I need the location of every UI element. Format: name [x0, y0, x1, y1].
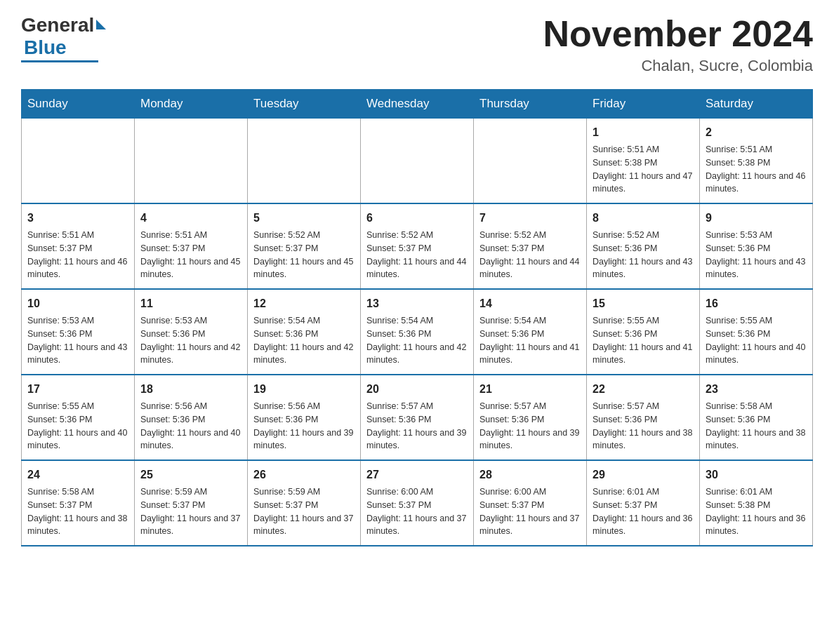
calendar-cell: 2Sunrise: 5:51 AM Sunset: 5:38 PM Daylig… [700, 119, 813, 204]
day-number: 4 [140, 210, 241, 227]
calendar-week-row: 17Sunrise: 5:55 AM Sunset: 5:36 PM Dayli… [22, 375, 813, 460]
day-number: 29 [593, 467, 694, 483]
weekday-header-friday: Friday [587, 90, 700, 119]
weekday-header-sunday: Sunday [22, 90, 135, 119]
calendar-cell: 26Sunrise: 5:59 AM Sunset: 5:37 PM Dayli… [248, 460, 361, 546]
day-info: Sunrise: 5:53 AM Sunset: 5:36 PM Dayligh… [140, 314, 241, 367]
day-number: 17 [27, 381, 128, 398]
calendar-cell: 18Sunrise: 5:56 AM Sunset: 5:36 PM Dayli… [135, 375, 248, 460]
calendar-cell: 17Sunrise: 5:55 AM Sunset: 5:36 PM Dayli… [22, 375, 135, 460]
day-number: 11 [140, 295, 241, 312]
calendar-cell: 25Sunrise: 5:59 AM Sunset: 5:37 PM Dayli… [135, 460, 248, 546]
day-number: 19 [253, 381, 355, 398]
day-info: Sunrise: 5:51 AM Sunset: 5:38 PM Dayligh… [706, 143, 807, 196]
calendar-cell: 10Sunrise: 5:53 AM Sunset: 5:36 PM Dayli… [22, 289, 135, 375]
calendar-cell: 28Sunrise: 6:00 AM Sunset: 5:37 PM Dayli… [474, 460, 587, 546]
day-info: Sunrise: 5:55 AM Sunset: 5:36 PM Dayligh… [593, 314, 694, 367]
calendar-cell: 13Sunrise: 5:54 AM Sunset: 5:36 PM Dayli… [361, 289, 474, 375]
day-number: 16 [706, 295, 807, 312]
day-number: 2 [706, 124, 807, 141]
day-info: Sunrise: 5:59 AM Sunset: 5:37 PM Dayligh… [253, 485, 355, 538]
day-number: 10 [27, 295, 128, 312]
calendar-cell: 9Sunrise: 5:53 AM Sunset: 5:36 PM Daylig… [700, 203, 813, 289]
day-number: 21 [479, 381, 581, 398]
day-info: Sunrise: 5:58 AM Sunset: 5:36 PM Dayligh… [706, 400, 807, 452]
day-info: Sunrise: 5:54 AM Sunset: 5:36 PM Dayligh… [479, 314, 581, 367]
day-info: Sunrise: 5:52 AM Sunset: 5:37 PM Dayligh… [366, 229, 468, 281]
day-number: 5 [253, 210, 355, 227]
day-number: 27 [366, 467, 468, 483]
weekday-header-row: SundayMondayTuesdayWednesdayThursdayFrid… [22, 90, 813, 119]
day-info: Sunrise: 5:54 AM Sunset: 5:36 PM Dayligh… [366, 314, 468, 367]
day-info: Sunrise: 6:01 AM Sunset: 5:38 PM Dayligh… [706, 485, 807, 538]
day-number: 8 [593, 210, 694, 227]
calendar-cell: 16Sunrise: 5:55 AM Sunset: 5:36 PM Dayli… [700, 289, 813, 375]
day-info: Sunrise: 5:57 AM Sunset: 5:36 PM Dayligh… [593, 400, 694, 452]
day-number: 14 [479, 295, 581, 312]
calendar-cell: 21Sunrise: 5:57 AM Sunset: 5:36 PM Dayli… [474, 375, 587, 460]
day-info: Sunrise: 5:53 AM Sunset: 5:36 PM Dayligh… [706, 229, 807, 281]
calendar-cell: 19Sunrise: 5:56 AM Sunset: 5:36 PM Dayli… [248, 375, 361, 460]
logo-general-text: General [21, 14, 94, 36]
day-number: 9 [706, 210, 807, 227]
calendar-cell: 27Sunrise: 6:00 AM Sunset: 5:37 PM Dayli… [361, 460, 474, 546]
day-number: 1 [593, 124, 694, 141]
calendar-cell: 24Sunrise: 5:58 AM Sunset: 5:37 PM Dayli… [22, 460, 135, 546]
calendar-cell: 4Sunrise: 5:51 AM Sunset: 5:37 PM Daylig… [135, 203, 248, 289]
calendar-cell: 14Sunrise: 5:54 AM Sunset: 5:36 PM Dayli… [474, 289, 587, 375]
calendar-cell [248, 119, 361, 204]
calendar-cell: 8Sunrise: 5:52 AM Sunset: 5:36 PM Daylig… [587, 203, 700, 289]
calendar-cell [22, 119, 135, 204]
day-number: 15 [593, 295, 694, 312]
weekday-header-thursday: Thursday [474, 90, 587, 119]
day-info: Sunrise: 6:00 AM Sunset: 5:37 PM Dayligh… [479, 485, 581, 538]
title-section: November 2024 Chalan, Sucre, Colombia [543, 14, 813, 75]
day-number: 6 [366, 210, 468, 227]
day-info: Sunrise: 5:56 AM Sunset: 5:36 PM Dayligh… [140, 400, 241, 452]
day-number: 22 [593, 381, 694, 398]
calendar-cell: 12Sunrise: 5:54 AM Sunset: 5:36 PM Dayli… [248, 289, 361, 375]
calendar-cell: 30Sunrise: 6:01 AM Sunset: 5:38 PM Dayli… [700, 460, 813, 546]
month-year-title: November 2024 [543, 14, 813, 54]
calendar-cell [361, 119, 474, 204]
day-info: Sunrise: 5:57 AM Sunset: 5:36 PM Dayligh… [366, 400, 468, 452]
calendar-cell: 20Sunrise: 5:57 AM Sunset: 5:36 PM Dayli… [361, 375, 474, 460]
calendar-week-row: 3Sunrise: 5:51 AM Sunset: 5:37 PM Daylig… [22, 203, 813, 289]
logo-blue-text: Blue [24, 36, 67, 59]
day-info: Sunrise: 5:51 AM Sunset: 5:38 PM Dayligh… [593, 143, 694, 196]
day-number: 3 [27, 210, 128, 227]
day-number: 28 [479, 467, 581, 483]
day-info: Sunrise: 5:54 AM Sunset: 5:36 PM Dayligh… [253, 314, 355, 367]
day-info: Sunrise: 5:57 AM Sunset: 5:36 PM Dayligh… [479, 400, 581, 452]
weekday-header-monday: Monday [135, 90, 248, 119]
day-info: Sunrise: 5:53 AM Sunset: 5:36 PM Dayligh… [27, 314, 128, 367]
calendar-cell: 22Sunrise: 5:57 AM Sunset: 5:36 PM Dayli… [587, 375, 700, 460]
day-number: 18 [140, 381, 241, 398]
weekday-header-saturday: Saturday [700, 90, 813, 119]
calendar-cell: 6Sunrise: 5:52 AM Sunset: 5:37 PM Daylig… [361, 203, 474, 289]
day-info: Sunrise: 5:52 AM Sunset: 5:37 PM Dayligh… [253, 229, 355, 281]
calendar-cell: 15Sunrise: 5:55 AM Sunset: 5:36 PM Dayli… [587, 289, 700, 375]
day-info: Sunrise: 6:00 AM Sunset: 5:37 PM Dayligh… [366, 485, 468, 538]
calendar-week-row: 1Sunrise: 5:51 AM Sunset: 5:38 PM Daylig… [22, 119, 813, 204]
day-info: Sunrise: 5:51 AM Sunset: 5:37 PM Dayligh… [140, 229, 241, 281]
calendar-cell: 23Sunrise: 5:58 AM Sunset: 5:36 PM Dayli… [700, 375, 813, 460]
weekday-header-wednesday: Wednesday [361, 90, 474, 119]
calendar-cell: 7Sunrise: 5:52 AM Sunset: 5:37 PM Daylig… [474, 203, 587, 289]
calendar-week-row: 24Sunrise: 5:58 AM Sunset: 5:37 PM Dayli… [22, 460, 813, 546]
day-info: Sunrise: 5:52 AM Sunset: 5:37 PM Dayligh… [479, 229, 581, 281]
day-info: Sunrise: 5:55 AM Sunset: 5:36 PM Dayligh… [27, 400, 128, 452]
day-info: Sunrise: 5:59 AM Sunset: 5:37 PM Dayligh… [140, 485, 241, 538]
calendar-cell: 11Sunrise: 5:53 AM Sunset: 5:36 PM Dayli… [135, 289, 248, 375]
day-number: 20 [366, 381, 468, 398]
logo: General Blue [21, 14, 106, 62]
day-info: Sunrise: 5:55 AM Sunset: 5:36 PM Dayligh… [706, 314, 807, 367]
day-number: 7 [479, 210, 581, 227]
calendar-cell [135, 119, 248, 204]
calendar-table: SundayMondayTuesdayWednesdayThursdayFrid… [21, 89, 813, 546]
calendar-cell: 5Sunrise: 5:52 AM Sunset: 5:37 PM Daylig… [248, 203, 361, 289]
page-header: General Blue November 2024 Chalan, Sucre… [21, 14, 813, 75]
day-info: Sunrise: 5:56 AM Sunset: 5:36 PM Dayligh… [253, 400, 355, 452]
calendar-cell: 3Sunrise: 5:51 AM Sunset: 5:37 PM Daylig… [22, 203, 135, 289]
logo-underline [21, 60, 98, 62]
